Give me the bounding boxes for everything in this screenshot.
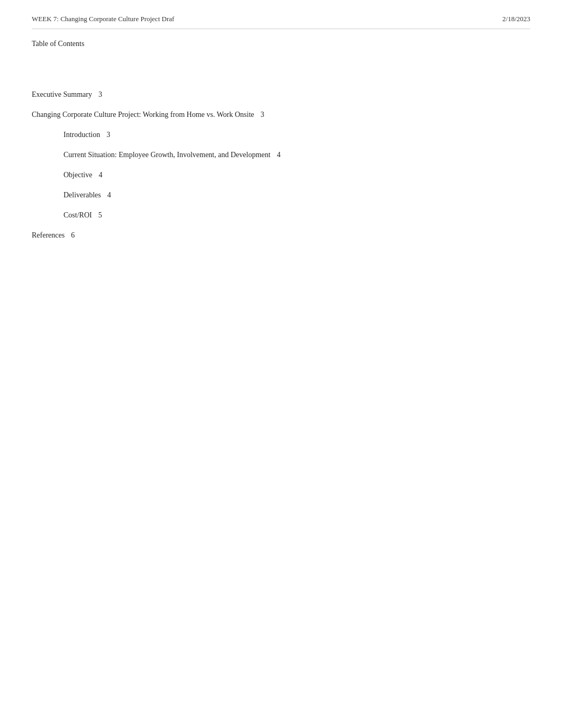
toc-page-current-situation: 4: [277, 151, 280, 159]
toc-label-changing-corporate: Changing Corporate Culture Project: Work…: [32, 111, 254, 119]
toc-entry-objective[interactable]: Objective4: [32, 171, 530, 179]
toc-page-objective: 4: [98, 171, 102, 179]
toc-page-executive-summary: 3: [98, 90, 102, 99]
toc-entries: Executive Summary3Changing Corporate Cul…: [32, 90, 530, 251]
toc-label-deliverables: Deliverables: [64, 191, 101, 199]
toc-label-current-situation: Current Situation: Employee Growth, Invo…: [64, 151, 270, 159]
toc-page-introduction: 3: [106, 131, 110, 139]
toc-label-introduction: Introduction: [64, 131, 100, 139]
document-title: WEEK 7: Changing Corporate Culture Proje…: [32, 15, 174, 23]
toc-label-executive-summary: Executive Summary: [32, 90, 92, 99]
toc-entry-cost-roi[interactable]: Cost/ROI5: [32, 211, 530, 220]
document-date: 2/18/2023: [502, 15, 530, 23]
toc-entry-introduction[interactable]: Introduction3: [32, 131, 530, 139]
toc-heading: Table of Contents: [32, 40, 530, 48]
toc-page-changing-corporate: 3: [260, 111, 264, 119]
toc-page-cost-roi: 5: [98, 211, 102, 220]
toc-label-references: References: [32, 231, 65, 240]
toc-label-objective: Objective: [64, 171, 92, 179]
toc-label-cost-roi: Cost/ROI: [64, 211, 92, 220]
page-header: WEEK 7: Changing Corporate Culture Proje…: [32, 15, 530, 29]
toc-entry-references[interactable]: References6: [32, 231, 530, 240]
toc-page-deliverables: 4: [107, 191, 111, 199]
toc-entry-changing-corporate[interactable]: Changing Corporate Culture Project: Work…: [32, 111, 530, 119]
toc-page-references: 6: [71, 231, 75, 240]
toc-entry-current-situation[interactable]: Current Situation: Employee Growth, Invo…: [32, 151, 530, 159]
toc-entry-executive-summary[interactable]: Executive Summary3: [32, 90, 530, 99]
toc-entry-deliverables[interactable]: Deliverables4: [32, 191, 530, 199]
